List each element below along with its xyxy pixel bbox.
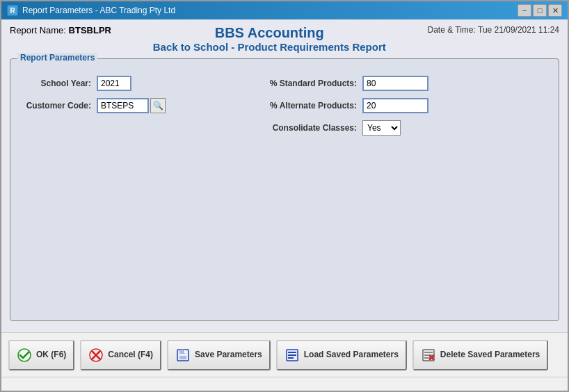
report-name-value: BTSBLPR (69, 25, 111, 35)
cancel-icon (88, 348, 104, 363)
delete-label: Delete Saved Parameters (440, 350, 540, 359)
standard-products-label: % Standard Products: (249, 79, 357, 88)
school-year-input[interactable] (97, 76, 131, 91)
status-bar (1, 377, 568, 391)
save-icon (175, 348, 191, 363)
school-year-label: School Year: (22, 79, 91, 88)
minimize-button[interactable]: − (518, 4, 531, 17)
alternate-products-label: % Alternate Products: (249, 101, 357, 111)
title-bar: R Report Parameters - ABC Trading Pty Lt… (1, 1, 568, 19)
alternate-products-input[interactable] (362, 98, 428, 113)
app-subtitle: Back to School - Product Requirements Re… (125, 41, 414, 53)
save-parameters-button[interactable]: Save Parameters (167, 340, 271, 370)
load-label: Load Saved Parameters (304, 350, 399, 359)
delete-parameters-button[interactable]: Delete Saved Parameters (412, 340, 548, 370)
center-header: BBS Accounting Back to School - Product … (111, 25, 428, 53)
main-window: R Report Parameters - ABC Trading Pty Lt… (0, 0, 569, 392)
ok-icon (17, 348, 32, 363)
svg-rect-6 (179, 356, 186, 359)
svg-rect-5 (179, 350, 185, 354)
load-parameters-button[interactable]: Load Saved Parameters (276, 340, 407, 370)
header-section: Report Name: BTSBLPR BBS Accounting Back… (10, 25, 559, 53)
customer-code-search-button[interactable]: 🔍 (150, 98, 166, 113)
search-icon: 🔍 (153, 101, 163, 111)
date-time-section: Date & Time: Tue 21/09/2021 11:24 (428, 25, 559, 35)
cancel-label: Cancel (F4) (108, 350, 153, 359)
app-title: BBS Accounting (125, 25, 414, 41)
close-button[interactable]: ✕ (548, 4, 562, 17)
customer-code-label: Customer Code: (22, 101, 91, 111)
svg-rect-14 (424, 354, 433, 356)
alternate-products-row: % Alternate Products: (249, 98, 428, 113)
ok-button[interactable]: OK (F6) (8, 340, 74, 370)
customer-code-input[interactable] (97, 98, 149, 113)
report-name-label: Report Name: (10, 25, 66, 35)
school-year-row: School Year: (22, 76, 166, 91)
footer-bar: OK (F6) Cancel (F4) Save (1, 332, 568, 377)
ok-label: OK (F6) (36, 350, 66, 359)
customer-code-row: Customer Code: 🔍 (22, 98, 166, 113)
date-time-value: Tue 21/09/2021 11:24 (478, 25, 559, 35)
params-left: School Year: Customer Code: 🔍 (22, 76, 166, 136)
cancel-button[interactable]: Cancel (F4) (80, 340, 161, 370)
window-icon: R (7, 5, 18, 16)
consolidate-classes-select[interactable]: Yes No (362, 120, 401, 136)
date-time-label: Date & Time: (428, 25, 476, 35)
report-params-legend: Report Parameters (17, 53, 97, 63)
svg-rect-10 (288, 354, 296, 356)
window-title: Report Parameters - ABC Trading Pty Ltd (22, 6, 175, 15)
standard-products-row: % Standard Products: (249, 76, 428, 91)
report-params-box: Report Parameters School Year: Customer … (10, 58, 559, 321)
svg-rect-13 (424, 352, 433, 353)
report-name-section: Report Name: BTSBLPR (10, 25, 111, 35)
params-right: % Standard Products: % Alternate Product… (249, 76, 428, 136)
svg-rect-15 (424, 357, 430, 359)
standard-products-input[interactable] (362, 76, 428, 91)
load-icon (284, 348, 300, 363)
consolidate-classes-label: Consolidate Classes: (249, 123, 357, 133)
maximize-button[interactable]: □ (533, 4, 547, 17)
save-label: Save Parameters (195, 350, 262, 359)
delete-icon (421, 348, 436, 363)
svg-rect-7 (184, 350, 186, 353)
params-grid: School Year: Customer Code: 🔍 (22, 76, 547, 136)
consolidate-classes-row: Consolidate Classes: Yes No (249, 120, 428, 136)
svg-rect-9 (288, 352, 296, 353)
svg-rect-11 (288, 357, 294, 359)
content-area: Report Name: BTSBLPR BBS Accounting Back… (1, 19, 568, 332)
